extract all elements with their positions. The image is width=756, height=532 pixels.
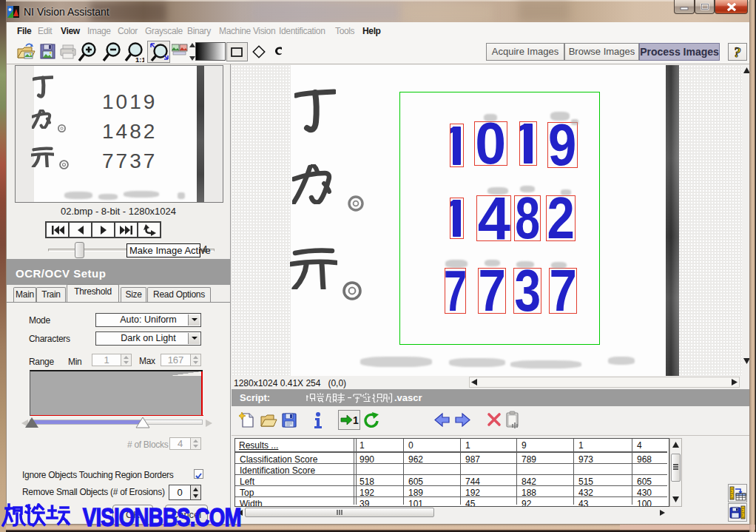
svg-text:VISIONBBS.COM: VISIONBBS.COM bbox=[83, 503, 241, 531]
svg-text:1:1: 1:1 bbox=[135, 55, 144, 62]
svg-text:.vascr: .vascr bbox=[394, 392, 422, 403]
svg-text:1: 1 bbox=[353, 414, 359, 426]
svg-text:?: ? bbox=[733, 44, 742, 61]
